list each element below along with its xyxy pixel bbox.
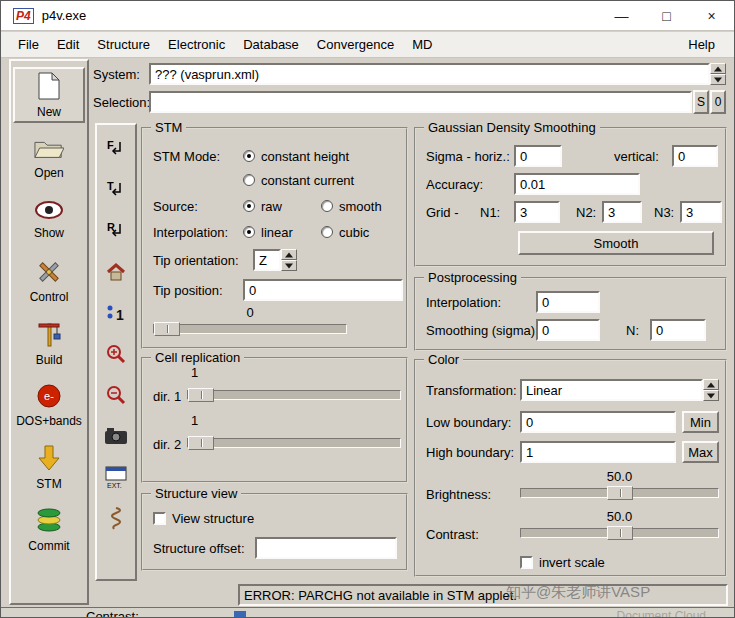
postprocessing-title: Postprocessing — [424, 270, 521, 285]
app-window: P4 p4v.exe — □ × File Edit Structure Ele… — [0, 0, 735, 618]
spin-down-icon[interactable] — [710, 74, 726, 85]
invert-scale-checkbox[interactable]: invert scale — [520, 551, 605, 573]
sidebar-item-dos-bands[interactable]: e- DOS+bands — [13, 377, 85, 433]
maximize-button[interactable]: □ — [644, 1, 689, 30]
sidebar-item-build[interactable]: Build — [13, 315, 85, 371]
menu-convergence[interactable]: Convergence — [308, 33, 403, 56]
slider-trough[interactable] — [153, 324, 347, 334]
radio-checked-icon[interactable] — [243, 200, 255, 212]
tip-position-input[interactable] — [243, 279, 403, 301]
force-r-arrow-icon[interactable]: R — [101, 217, 131, 245]
pp-interpolation-input[interactable] — [536, 291, 600, 313]
svg-text:e-: e- — [44, 390, 54, 402]
home-icon[interactable] — [101, 258, 131, 286]
n3-input[interactable] — [680, 201, 722, 223]
app-logo-icon: P4 — [13, 8, 34, 24]
menu-edit[interactable]: Edit — [48, 33, 88, 56]
sidebar-item-control[interactable]: Control — [13, 253, 85, 309]
max-button[interactable]: Max — [682, 441, 719, 463]
sidebar-item-stm[interactable]: STM — [13, 439, 85, 495]
slider-handle[interactable] — [607, 526, 633, 540]
low-boundary-input[interactable] — [520, 411, 676, 433]
spin-up-icon[interactable] — [281, 249, 297, 260]
sidebar-item-show[interactable]: Show — [13, 191, 85, 247]
spin-up-icon[interactable] — [710, 63, 726, 74]
radio-icon[interactable] — [321, 200, 333, 212]
pp-n-input[interactable] — [650, 319, 706, 341]
pp-interpolation-label: Interpolation: — [426, 291, 501, 313]
selection-count-button[interactable]: 0 — [710, 90, 726, 114]
spin-down-icon[interactable] — [281, 260, 297, 271]
radio-checked-icon[interactable] — [243, 226, 255, 238]
sidebar-item-commit[interactable]: Commit — [13, 501, 85, 557]
stm-interp-linear[interactable]: linear — [243, 221, 293, 243]
menu-help[interactable]: Help — [679, 33, 724, 56]
menu-database[interactable]: Database — [234, 33, 308, 56]
menu-file[interactable]: File — [9, 33, 48, 56]
stm-mode-constant-height[interactable]: constant height — [243, 145, 349, 167]
min-button[interactable]: Min — [682, 411, 719, 433]
system-row: System: — [93, 61, 726, 87]
slider-handle[interactable] — [154, 322, 180, 336]
low-boundary-label: Low boundary: — [426, 411, 511, 433]
pp-smoothing-input[interactable] — [536, 319, 600, 341]
force-t-arrow-icon[interactable]: T — [101, 176, 131, 204]
contrast-slider[interactable] — [520, 525, 719, 541]
spring-icon[interactable] — [101, 504, 131, 532]
dir2-slider[interactable] — [187, 435, 401, 451]
system-input[interactable] — [149, 63, 710, 85]
selection-input[interactable] — [149, 91, 692, 113]
slider-handle[interactable] — [607, 486, 633, 500]
structure-offset-input[interactable] — [255, 537, 397, 559]
stm-source-smooth[interactable]: smooth — [321, 195, 382, 217]
external-window-icon[interactable]: EXT. — [101, 463, 131, 491]
sigma-horiz-input[interactable] — [514, 145, 562, 167]
menu-structure[interactable]: Structure — [88, 33, 159, 56]
spin-up-icon[interactable] — [703, 379, 719, 390]
slider-handle[interactable] — [188, 388, 214, 402]
sigma-vertical-input[interactable] — [672, 145, 718, 167]
stm-mode-constant-current[interactable]: constant current — [243, 169, 354, 191]
color-title: Color — [424, 352, 463, 367]
selection-s-button[interactable]: S — [693, 90, 709, 114]
camera-icon[interactable] — [101, 422, 131, 450]
system-combo — [149, 63, 726, 85]
force-f-arrow-icon[interactable]: F — [101, 135, 131, 163]
layer-slider-value: 0 — [153, 305, 347, 320]
stm-source-raw[interactable]: raw — [243, 195, 282, 217]
spin-down-icon[interactable] — [703, 390, 719, 401]
zoom-out-icon[interactable] — [101, 381, 131, 409]
radio-icon[interactable] — [321, 226, 333, 238]
radio-icon[interactable] — [243, 174, 255, 186]
minimize-button[interactable]: — — [599, 1, 644, 30]
stm-interp-cubic[interactable]: cubic — [321, 221, 369, 243]
brightness-slider[interactable] — [520, 485, 719, 501]
menu-electronic[interactable]: Electronic — [159, 33, 234, 56]
slider-trough[interactable] — [187, 390, 401, 400]
transformation-input[interactable] — [520, 379, 703, 401]
slider-handle[interactable] — [188, 436, 214, 450]
tip-orientation-input[interactable] — [253, 249, 281, 271]
menu-md[interactable]: MD — [403, 33, 441, 56]
dir1-value: 1 — [191, 365, 198, 379]
close-button[interactable]: × — [689, 1, 734, 30]
sidebar-item-open[interactable]: Open — [13, 129, 85, 185]
tip-orientation-label: Tip orientation: — [153, 249, 239, 271]
view-structure-checkbox[interactable]: View structure — [153, 507, 254, 529]
checkbox-icon[interactable] — [520, 556, 533, 569]
layer-slider[interactable] — [153, 321, 347, 337]
high-boundary-input[interactable] — [520, 441, 676, 463]
radio-checked-icon[interactable] — [243, 150, 255, 162]
sequence-one-icon[interactable]: 1 — [101, 299, 131, 327]
checkbox-icon[interactable] — [153, 512, 166, 525]
dir1-slider[interactable] — [187, 387, 401, 403]
accuracy-input[interactable] — [514, 173, 640, 195]
vertical-label: vertical: — [614, 145, 659, 167]
n2-input[interactable] — [602, 201, 642, 223]
slider-trough[interactable] — [187, 438, 401, 448]
smooth-button[interactable]: Smooth — [518, 231, 714, 255]
checkbox-label: View structure — [172, 511, 254, 526]
n1-input[interactable] — [514, 201, 560, 223]
zoom-in-icon[interactable] — [101, 340, 131, 368]
sidebar-item-new[interactable]: New — [13, 67, 85, 123]
